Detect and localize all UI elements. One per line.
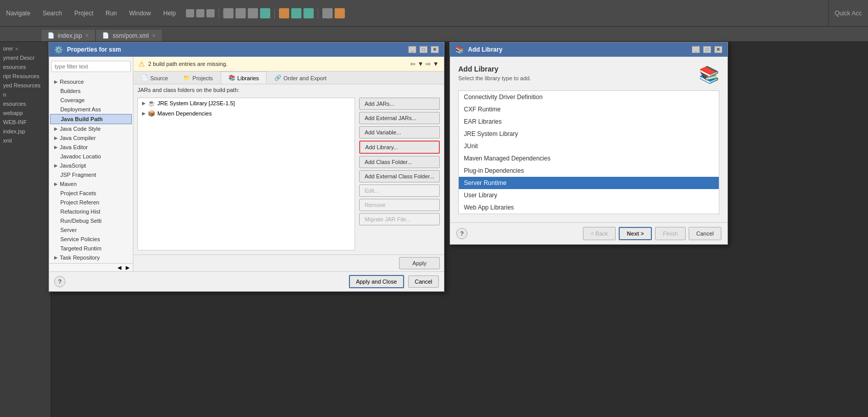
lib-item-server-runtime[interactable]: Server Runtime	[459, 177, 719, 189]
nav-item-run-debug[interactable]: Run/Debug Setti	[50, 216, 132, 225]
add-external-class-folder-btn[interactable]: Add External Class Folder...	[359, 170, 440, 182]
properties-minimize-btn[interactable]: _	[408, 46, 416, 53]
warning-nav-back[interactable]: ⇦	[410, 60, 415, 67]
menu-search[interactable]: Search	[40, 9, 64, 18]
remove-btn[interactable]: Remove	[359, 199, 440, 211]
quick-access-box[interactable]: Quick Acc	[828, 0, 868, 26]
nav-item-service-policies[interactable]: Service Policies	[50, 235, 132, 244]
add-library-minimize-btn[interactable]: _	[692, 46, 700, 53]
library-list[interactable]: Connectivity Driver Definition CXF Runti…	[458, 90, 719, 214]
nav-item-jsp-fragment[interactable]: JSP Fragment	[50, 170, 132, 179]
back-btn[interactable]: < Back	[583, 227, 616, 240]
nav-item-javascript[interactable]: ▶ JavaScript	[50, 161, 132, 170]
add-external-jars-btn[interactable]: Add External JARs...	[359, 112, 440, 124]
toolbar-icon-10[interactable]	[303, 8, 314, 18]
sidebar-item-webinf[interactable]: WEB-INF	[0, 118, 51, 127]
finish-btn[interactable]: Finish	[655, 227, 685, 240]
warning-nav-down[interactable]: ▼	[417, 60, 424, 67]
tree-item-maven[interactable]: ▶ 📦 Maven Dependencies	[138, 108, 355, 119]
toolbar-icon-2[interactable]	[196, 9, 204, 17]
menu-help[interactable]: Help	[161, 9, 178, 18]
nav-item-javadoc[interactable]: Javadoc Locatio	[50, 152, 132, 161]
toolbar-icon-7[interactable]	[260, 8, 270, 18]
toolbar-icon-5[interactable]	[236, 8, 246, 18]
scroll-right[interactable]: ▶	[124, 265, 132, 270]
sidebar-item-webapp[interactable]: webapp	[0, 108, 51, 118]
tree-expand-maven[interactable]: ▶	[142, 111, 146, 116]
add-library-help-btn[interactable]: ?	[456, 228, 467, 239]
menu-run[interactable]: Run	[104, 9, 119, 18]
lib-item-connectivity[interactable]: Connectivity Driver Definition	[459, 91, 719, 103]
sidebar-item-yment[interactable]: yment Descr	[0, 53, 51, 62]
sidebar-item-xml[interactable]: xml	[0, 136, 51, 145]
nav-item-server[interactable]: Server	[50, 225, 132, 235]
menu-window[interactable]: Window	[127, 9, 153, 18]
apply-close-btn[interactable]: Apply and Close	[349, 275, 404, 288]
menu-project[interactable]: Project	[72, 9, 95, 18]
tab-projects[interactable]: 📁 Projects	[176, 72, 221, 84]
tab-index-jsp[interactable]: 📄 index.jsp ✕	[41, 29, 96, 41]
toolbar-icon-9[interactable]	[291, 8, 301, 18]
add-jars-btn[interactable]: Add JARs...	[359, 98, 440, 110]
tab-libraries[interactable]: 📚 Libraries	[221, 72, 267, 84]
filter-input[interactable]	[51, 61, 131, 72]
nav-item-java-compiler[interactable]: ▶ Java Compiler	[50, 133, 132, 143]
tab-source[interactable]: 📄 Source	[133, 72, 176, 84]
next-btn[interactable]: Next >	[619, 227, 652, 240]
nav-item-deployment[interactable]: Deployment Ass	[50, 105, 132, 114]
add-class-folder-btn[interactable]: Add Class Folder...	[359, 156, 440, 168]
nav-item-targeted-runtime[interactable]: Targeted Runtim	[50, 244, 132, 253]
toolbar-icon-6[interactable]	[248, 8, 258, 18]
nav-item-maven[interactable]: ▶ Maven	[50, 179, 132, 189]
add-library-cancel-btn[interactable]: Cancel	[689, 227, 721, 240]
add-library-close-btn[interactable]: ✕	[714, 46, 722, 53]
nav-item-coverage[interactable]: Coverage	[50, 96, 132, 105]
nav-item-java-editor[interactable]: ▶ Java Editor	[50, 143, 132, 152]
migrate-jar-btn[interactable]: Migrate JAR File...	[359, 213, 440, 225]
lib-item-web-app[interactable]: Web App Libraries	[459, 201, 719, 214]
toolbar-icon-4[interactable]	[223, 8, 233, 18]
apply-btn[interactable]: Apply	[399, 257, 440, 269]
sidebar-item-yed[interactable]: yed Resources	[0, 81, 51, 90]
tree-expand-jre[interactable]: ▶	[142, 101, 146, 106]
add-variable-btn[interactable]: Add Variable...	[359, 126, 440, 138]
nav-item-builders[interactable]: Builders	[50, 86, 132, 96]
sidebar-item-index[interactable]: index.jsp	[0, 127, 51, 136]
nav-item-refactoring[interactable]: Refactoring Hist	[50, 207, 132, 216]
nav-item-project-ref[interactable]: Project Referen	[50, 198, 132, 207]
lib-item-jre[interactable]: JRE System Library	[459, 128, 719, 140]
lib-item-maven-managed[interactable]: Maven Managed Dependencies	[459, 152, 719, 165]
lib-item-cxf[interactable]: CXF Runtime	[459, 103, 719, 115]
properties-cancel-btn[interactable]: Cancel	[408, 275, 439, 288]
edit-btn[interactable]: Edit...	[359, 184, 440, 197]
lib-item-user-library[interactable]: User Library	[459, 189, 719, 201]
tab-order-export[interactable]: 🔗 Order and Export	[267, 72, 334, 84]
scroll-left[interactable]: ◀	[115, 265, 124, 270]
add-library-btn[interactable]: Add Library...	[359, 141, 440, 154]
tab-pom-xml[interactable]: 📄 ssm/pom.xml ✕	[96, 29, 162, 41]
toolbar-icon-8[interactable]	[279, 8, 289, 18]
nav-item-project-facets[interactable]: Project Facets	[50, 189, 132, 198]
tab-close-2[interactable]: ✕	[152, 33, 156, 38]
sidebar-item-orer[interactable]: orer ✕	[0, 44, 51, 53]
sidebar-item-resources[interactable]: esources	[0, 62, 51, 72]
lib-item-plugin-deps[interactable]: Plug-in Dependencies	[459, 165, 719, 177]
toolbar-icon-12[interactable]	[335, 8, 345, 18]
lib-item-junit[interactable]: JUnit	[459, 140, 719, 152]
sidebar-item-script[interactable]: ript Resources	[0, 72, 51, 81]
nav-item-resource[interactable]: ▶ Resource	[50, 77, 132, 86]
sidebar-item-esources[interactable]: esources	[0, 99, 51, 108]
toolbar-icon-1[interactable]	[186, 9, 194, 17]
properties-maximize-btn[interactable]: □	[419, 46, 428, 53]
sidebar-item-n[interactable]: n	[0, 90, 51, 99]
properties-help-btn[interactable]: ?	[54, 276, 65, 287]
nav-item-task-repository[interactable]: ▶ Task Repository	[50, 253, 132, 262]
add-library-maximize-btn[interactable]: □	[703, 46, 711, 53]
toolbar-icon-11[interactable]	[322, 8, 333, 18]
nav-item-java-build-path[interactable]: Java Build Path	[50, 114, 132, 124]
warning-nav-forward[interactable]: ⇨	[426, 60, 431, 67]
properties-close-btn[interactable]: ✕	[431, 46, 439, 53]
lib-item-ear[interactable]: EAR Libraries	[459, 115, 719, 128]
toolbar-icon-3[interactable]	[206, 9, 215, 17]
warning-menu[interactable]: ▼	[433, 60, 439, 67]
